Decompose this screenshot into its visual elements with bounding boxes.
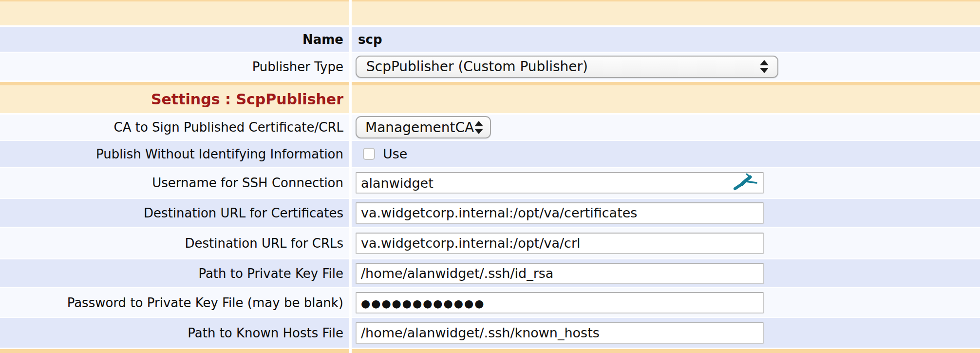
publisher-type-label: Publisher Type <box>0 53 349 80</box>
settings-section-strip <box>0 82 980 85</box>
select-updown-icon <box>760 60 769 73</box>
section-band-top <box>0 1 980 25</box>
name-value: scp <box>352 32 382 47</box>
known-hosts-path-input[interactable] <box>356 322 764 344</box>
row-known-hosts-path: Path to Known Hosts File <box>0 318 980 348</box>
ssh-username-input[interactable] <box>356 172 764 194</box>
private-key-path-label: Path to Private Key File <box>0 259 349 287</box>
crl-url-label: Destination URL for CRLs <box>0 228 349 258</box>
row-ca: CA to Sign Published Certificate/CRL Man… <box>0 115 980 140</box>
private-key-password-input[interactable] <box>356 292 764 314</box>
row-publisher-type: Publisher Type ScpPublisher (Custom Publ… <box>0 53 980 80</box>
ca-selected: ManagementCA <box>365 119 474 136</box>
select-updown-icon <box>474 121 483 134</box>
row-name: Name scp <box>0 27 980 52</box>
name-label: Name <box>0 27 349 52</box>
cert-url-label: Destination URL for Certificates <box>0 199 349 227</box>
anonymize-checkbox-label: Use <box>383 146 407 161</box>
row-private-key-path: Path to Private Key File <box>0 259 980 287</box>
ssh-username-label: Username for SSH Connection <box>0 168 349 198</box>
row-cert-url: Destination URL for Certificates <box>0 199 980 227</box>
password-manager-impala-icon[interactable] <box>733 173 758 193</box>
publisher-type-select[interactable]: ScpPublisher (Custom Publisher) <box>356 56 778 78</box>
section-band-bottom-strip <box>0 349 980 353</box>
crl-url-input[interactable] <box>356 233 764 254</box>
row-crl-url: Destination URL for CRLs <box>0 228 980 258</box>
anonymize-label: Publish Without Identifying Information <box>0 141 349 167</box>
ca-label: CA to Sign Published Certificate/CRL <box>0 115 349 140</box>
settings-section-header: Settings : ScpPublisher <box>0 85 980 113</box>
cert-url-input[interactable] <box>356 202 764 224</box>
row-anonymize: Publish Without Identifying Information … <box>0 141 980 167</box>
publisher-settings-form: Name scp Publisher Type ScpPublisher (Cu… <box>0 0 980 353</box>
publisher-type-selected: ScpPublisher (Custom Publisher) <box>366 59 588 75</box>
ca-select[interactable]: ManagementCA <box>356 116 491 138</box>
settings-section-title: Settings : ScpPublisher <box>0 85 349 113</box>
anonymize-checkbox[interactable] <box>363 148 375 160</box>
row-ssh-username: Username for SSH Connection <box>0 168 980 198</box>
row-private-key-password: Password to Private Key File (may be bla… <box>0 288 980 317</box>
private-key-path-input[interactable] <box>356 263 764 284</box>
known-hosts-path-label: Path to Known Hosts File <box>0 318 349 348</box>
private-key-password-label: Password to Private Key File (may be bla… <box>0 288 349 317</box>
